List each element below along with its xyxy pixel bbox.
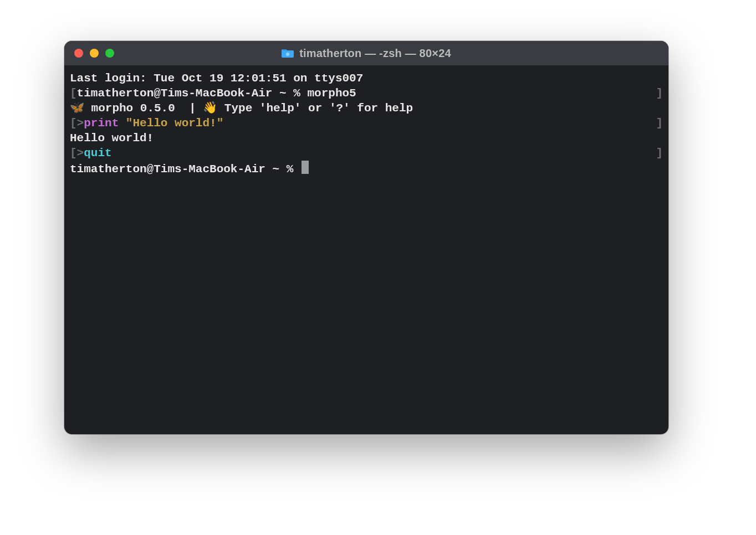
terminal-line-output: Hello world! [70, 131, 663, 146]
banner-text-2: Type 'help' or '?' for help [217, 102, 413, 115]
repl-prompt-icon: > [77, 117, 84, 130]
bracket-close: ] [656, 116, 663, 131]
bracket-close: ] [656, 146, 663, 161]
repl-keyword: print [84, 117, 119, 130]
shell-prompt: timatherton@Tims-MacBook-Air ~ % [70, 163, 300, 176]
repl-string: "Hello world!" [126, 117, 223, 130]
bracket-open: [ [70, 147, 77, 160]
last-login-text: Last login: Tue Oct 19 12:01:51 on ttys0… [70, 72, 363, 85]
terminal-line-banner: 🦋 morpho 0.5.0 | 👋 Type 'help' or '?' fo… [70, 101, 663, 116]
cursor-icon [302, 161, 309, 174]
repl-prompt-icon: > [77, 147, 84, 160]
titlebar[interactable]: timatherton — -zsh — 80×24 [64, 41, 668, 65]
shell-prompt: timatherton@Tims-MacBook-Air ~ % [77, 87, 308, 100]
shell-command: morpho5 [307, 87, 356, 100]
terminal-line-prompt-1: [timatherton@Tims-MacBook-Air ~ % morpho… [70, 86, 663, 101]
terminal-line-last-login: Last login: Tue Oct 19 12:01:51 on ttys0… [70, 71, 663, 86]
minimize-icon[interactable] [90, 49, 99, 58]
fullscreen-icon[interactable] [105, 49, 114, 58]
output-text: Hello world! [70, 132, 154, 145]
space [119, 117, 126, 130]
traffic-lights [64, 49, 114, 58]
svg-rect-1 [287, 53, 288, 54]
banner-text-1: morpho 0.5.0 | [84, 102, 203, 115]
bracket-close: ] [656, 86, 663, 101]
bracket-open: [ [70, 117, 77, 130]
repl-command: quit [84, 147, 111, 160]
bracket-open: [ [70, 87, 77, 100]
terminal-window: timatherton — -zsh — 80×24 Last login: T… [64, 41, 668, 434]
butterfly-icon: 🦋 [70, 102, 84, 115]
window-title: timatherton — -zsh — 80×24 [299, 47, 451, 60]
terminal-line-repl-print: [>print "Hello world!"] [70, 116, 663, 131]
close-icon[interactable] [74, 49, 83, 58]
wave-icon: 👋 [203, 102, 217, 115]
folder-icon [282, 48, 294, 58]
terminal-line-repl-quit: [>quit] [70, 146, 663, 161]
svg-point-0 [286, 53, 289, 56]
terminal-body[interactable]: Last login: Tue Oct 19 12:01:51 on ttys0… [64, 65, 668, 434]
terminal-line-prompt-2: timatherton@Tims-MacBook-Air ~ % [70, 161, 663, 176]
